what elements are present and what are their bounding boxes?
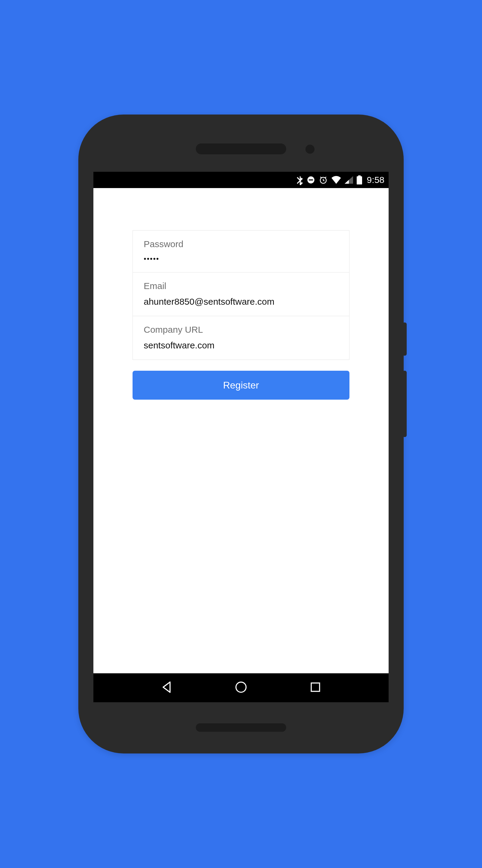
email-field-row: Email [133, 272, 349, 316]
company-url-input[interactable] [144, 340, 338, 350]
alarm-icon [319, 176, 328, 184]
email-input[interactable] [144, 297, 338, 307]
svg-rect-6 [311, 683, 320, 691]
recents-square-icon [310, 682, 321, 694]
phone-side-button [403, 371, 407, 437]
home-button[interactable] [233, 680, 249, 695]
app-content: Password Email Company URL Register [93, 188, 389, 673]
phone-side-button [403, 322, 407, 355]
do-not-disturb-icon [307, 176, 315, 184]
cell-signal-icon [345, 176, 353, 184]
back-triangle-icon [161, 681, 172, 694]
password-field-row: Password [133, 230, 349, 272]
back-button[interactable] [159, 680, 174, 695]
status-bar: 9:58 [93, 172, 389, 188]
email-label: Email [144, 281, 338, 291]
company-url-label: Company URL [144, 324, 338, 335]
status-time: 9:58 [367, 175, 384, 185]
form-field-group: Password Email Company URL [133, 230, 349, 360]
bluetooth-icon [296, 175, 303, 185]
screen: 9:58 Password Email Company URL Register [93, 172, 389, 702]
wifi-icon [331, 176, 341, 184]
password-label: Password [144, 239, 338, 249]
device-frame: 9:58 Password Email Company URL Register [78, 115, 404, 753]
register-button[interactable]: Register [133, 371, 349, 400]
svg-rect-1 [309, 179, 313, 181]
home-circle-icon [235, 681, 247, 695]
svg-rect-3 [357, 176, 362, 184]
phone-speaker [196, 144, 286, 154]
battery-icon [357, 176, 362, 184]
phone-bottom-speaker [196, 723, 286, 732]
password-input[interactable] [144, 255, 338, 263]
company-url-field-row: Company URL [133, 316, 349, 360]
recents-button[interactable] [308, 680, 323, 695]
navigation-bar [93, 673, 389, 702]
svg-point-5 [236, 682, 246, 692]
svg-rect-4 [358, 176, 361, 177]
phone-camera [306, 145, 315, 154]
